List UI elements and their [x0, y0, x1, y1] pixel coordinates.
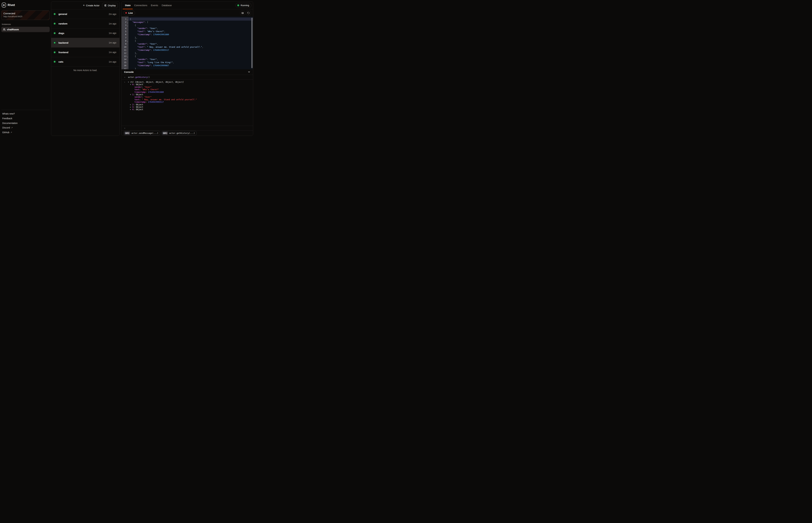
token-p [130, 49, 137, 51]
triangle-open-icon[interactable]: ▼ [128, 81, 130, 83]
sidebar-link-discord[interactable]: Discord↗ [2, 125, 49, 130]
actor-row-frontend[interactable]: frontend1m ago [51, 48, 120, 57]
token-p: : [144, 30, 147, 33]
token-pl: : Object [134, 108, 143, 111]
actor-row-cats[interactable]: cats1m ago [51, 57, 120, 67]
triangle-open-icon[interactable]: ▼ [130, 93, 132, 96]
code-text: "timestamp": 1764043995517 [128, 49, 253, 52]
sidebar-link-label: GitHub [2, 131, 10, 134]
rpc-button-actor-gethistory-[interactable]: RPCactor.getHistory(...) [161, 131, 197, 135]
sidebar-link-label: Whats new? [2, 112, 15, 115]
token-key: sender [135, 96, 142, 98]
token-k: "timestamp" [137, 33, 151, 36]
actor-status-dot [53, 41, 56, 44]
tab-events[interactable]: Events [149, 1, 160, 9]
actor-row-dogs[interactable]: dogs1m ago [51, 29, 120, 38]
triangle-closed-icon[interactable]: ▶ [130, 103, 132, 106]
connection-card: Connected http://localhost:6420 [1, 11, 50, 20]
tab-state[interactable]: State [123, 1, 132, 9]
token-p: { [130, 18, 131, 20]
code-text: "timestamp": 1764043991880 [128, 33, 253, 36]
prompt-icon: › [124, 127, 128, 129]
actor-name: frontend [58, 51, 68, 54]
revert-button[interactable] [246, 11, 251, 15]
editor-line-14: 14 "sender": "User", [121, 58, 253, 61]
editor-line-8: 8v { [121, 39, 253, 42]
sidebar-link-documentation[interactable]: Documentation [2, 121, 49, 125]
chevron-down-icon[interactable] [248, 71, 250, 73]
triangle-closed-icon[interactable]: ▶ [130, 108, 132, 111]
token-p: } [130, 68, 136, 69]
token-idx: 4 [132, 108, 134, 111]
token-p: : [151, 49, 153, 51]
actor-status-dot [53, 32, 56, 34]
triangle-open-icon[interactable]: ▼ [130, 83, 132, 86]
actors-header: + Create Actor Display [51, 1, 120, 10]
code-text: }, [128, 36, 253, 39]
token-p [130, 46, 137, 48]
prompt-icon: › [124, 76, 128, 78]
line-number: 15 [121, 61, 128, 64]
actor-time: 1m ago [109, 51, 116, 54]
result-mark-icon [124, 96, 128, 98]
live-badge[interactable]: Live [124, 11, 135, 15]
state-json-editor[interactable]: 1v{2v "messages": [3v {4 "sender": "User… [121, 17, 253, 69]
token-pl: : [142, 96, 144, 98]
console-row-body: ▼1: Object [128, 93, 143, 96]
console-command: actor.getHistory() [128, 76, 150, 78]
rpc-button-actor-sendmessage-[interactable]: RPCactor.sendMessage(...) [124, 131, 160, 135]
code-text: { [128, 55, 253, 58]
console-output: ‹▼(5) [Object, Object, Object, Object, O… [121, 80, 253, 126]
brand-name: Rivet [7, 3, 15, 7]
editor-line-4: 4 "sender": "User", [121, 27, 253, 30]
actor-name: random [58, 22, 67, 25]
display-button[interactable]: Display [102, 3, 118, 8]
console-row-body: timestamp: 1764043991880 [128, 91, 164, 93]
rpc-chip: RPC [124, 131, 130, 134]
console-title: Console [124, 71, 134, 73]
status-badge-label: Running [241, 4, 249, 7]
result-mark-icon [124, 88, 128, 91]
actor-time: 2m ago [109, 13, 116, 15]
create-actor-button[interactable]: + Create Actor [83, 4, 100, 7]
tab-connections[interactable]: Connections [132, 1, 149, 9]
token-p: , [157, 27, 158, 30]
token-p: , [173, 61, 174, 64]
sidebar-link-github[interactable]: GitHub↗ [2, 130, 49, 134]
sidebar-link-feedback[interactable]: Feedback [2, 116, 49, 121]
console-prompt-line[interactable]: › [121, 126, 253, 130]
token-num: 1764043991880 [148, 91, 164, 93]
token-p [130, 27, 137, 30]
editor-line-16: 16 "timestamp": 1764043999867 [121, 64, 253, 67]
console-row: ▶4: Object [124, 108, 250, 111]
code-text: } [128, 67, 253, 69]
line-number: 3v [121, 24, 128, 27]
token-p: : [147, 58, 150, 60]
triangle-closed-icon[interactable]: ▶ [130, 106, 132, 108]
token-pl: : [139, 98, 142, 101]
sidebar-footer: Whats new?FeedbackDocumentationDiscord↗G… [1, 110, 50, 137]
console-row-body: text: " Nay, answer me. Stand and unfold… [128, 98, 197, 101]
tab-database[interactable]: Database [160, 1, 173, 9]
console-header[interactable]: Console [121, 69, 253, 75]
sidebar-item-chatroom[interactable]: chatRoom [1, 27, 50, 32]
result-mark-icon [124, 103, 128, 106]
actor-row-general[interactable]: general2m ago [51, 10, 120, 19]
token-s: "User" [150, 27, 157, 30]
editor-actions [240, 11, 251, 15]
editor-line-5: 5 "text": "Who’s there?", [121, 30, 253, 33]
connection-url: http://localhost:6420 [3, 15, 48, 18]
result-mark-icon [124, 106, 128, 108]
sidebar-link-whats-new-[interactable]: Whats new? [2, 111, 49, 116]
code-text: { [128, 24, 253, 27]
save-button[interactable] [240, 11, 245, 15]
editor-scrollbar[interactable] [252, 18, 253, 68]
actor-row-random[interactable]: random1m ago [51, 19, 120, 29]
token-k: "text" [137, 61, 144, 64]
token-p [130, 33, 137, 36]
result-mark-icon [124, 91, 128, 93]
actor-row-backend[interactable]: backend1m ago [51, 38, 120, 48]
external-link-icon: ↗ [11, 131, 12, 133]
console-row-body: ▶4: Object [128, 108, 143, 111]
token-s: "User" [150, 58, 157, 60]
